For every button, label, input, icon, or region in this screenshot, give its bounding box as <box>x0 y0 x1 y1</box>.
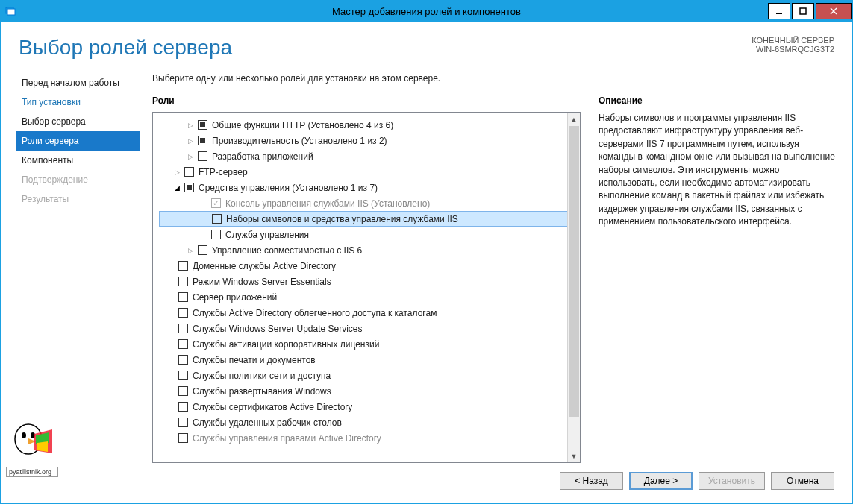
tree-item-label: Разработка приложений <box>212 151 313 162</box>
checkbox[interactable] <box>198 151 207 161</box>
checkbox[interactable] <box>198 136 207 145</box>
nav-item-1[interactable]: Тип установки <box>16 92 140 112</box>
checkbox[interactable] <box>198 120 207 130</box>
checkbox[interactable] <box>178 261 188 271</box>
tree-row[interactable]: Сервер приложений <box>159 289 580 305</box>
checkbox[interactable] <box>178 324 188 333</box>
nav-item-5: Подтверждение <box>16 170 140 189</box>
svg-point-7 <box>22 432 26 438</box>
tree-item-label: Службы Active Directory облегченного дос… <box>193 308 437 318</box>
tree-item-label: Средства управления (Установлено 1 из 7) <box>199 183 378 193</box>
expand-icon[interactable]: ▷ <box>186 137 195 145</box>
tree-row[interactable]: Службы политики сети и доступа <box>159 368 580 383</box>
nav-item-2[interactable]: Выбор сервера <box>16 112 140 131</box>
tree-row[interactable]: ▷Производительность (Установлено 1 из 2) <box>159 133 580 148</box>
titlebar: Мастер добавления ролей и компонентов <box>0 0 853 22</box>
nav-item-0[interactable]: Перед началом работы <box>16 73 140 92</box>
tree-row[interactable]: Службы печати и документов <box>159 352 580 368</box>
tree-item-label: Наборы символов и средства управления сл… <box>226 214 458 224</box>
tree-row[interactable]: Доменные службы Active Directory <box>159 258 580 274</box>
roles-title: Роли <box>152 95 581 106</box>
checkbox[interactable] <box>178 292 188 302</box>
expand-icon[interactable]: ▷ <box>186 247 195 254</box>
checkbox[interactable] <box>178 277 188 286</box>
tree-item-label: Режим Windows Server Essentials <box>193 277 331 287</box>
checkbox[interactable] <box>178 339 188 349</box>
checkbox <box>211 198 221 208</box>
tree-row[interactable]: Службы удаленных рабочих столов <box>159 415 580 430</box>
checkbox[interactable] <box>184 183 194 192</box>
checkbox[interactable] <box>178 371 188 380</box>
tree-item-label: Доменные службы Active Directory <box>193 261 336 271</box>
tree-row[interactable]: Наборы символов и средства управления сл… <box>159 211 580 227</box>
next-button[interactable]: Далее > <box>629 472 693 490</box>
tree-row[interactable]: ▷FTP-сервер <box>159 164 580 180</box>
tree-row[interactable]: Служба управления <box>159 227 580 242</box>
scroll-thumb[interactable] <box>569 126 579 417</box>
tree-row[interactable]: Службы Windows Server Update Services <box>159 321 580 336</box>
collapse-icon[interactable]: ◢ <box>172 184 181 192</box>
svg-rect-3 <box>800 8 806 14</box>
target-server-info: КОНЕЧНЫЙ СЕРВЕР WIN-6SMRQCJG3T2 <box>752 36 834 54</box>
cancel-button[interactable]: Отмена <box>771 472 834 490</box>
tree-row[interactable]: Службы сертификатов Active Directory <box>159 399 580 415</box>
description-title: Описание <box>599 95 837 106</box>
tree-row[interactable]: Режим Windows Server Essentials <box>159 274 580 289</box>
tree-item-label: Службы активации корпоративных лицензий <box>193 339 379 350</box>
expand-icon[interactable]: ▷ <box>186 122 195 129</box>
tree-item-label: Общие функции HTTP (Установлено 4 из 6) <box>212 120 393 130</box>
checkbox[interactable] <box>212 214 222 224</box>
tree-row[interactable]: Службы Active Directory облегченного дос… <box>159 305 580 321</box>
scroll-up-icon[interactable]: ▲ <box>568 113 580 125</box>
expand-icon[interactable]: ▷ <box>172 168 181 176</box>
back-button[interactable]: < Назад <box>560 472 623 490</box>
watermark-logo: pyatilistnik.org <box>6 420 58 477</box>
tree-item-label: Службы Windows Server Update Services <box>193 324 363 334</box>
tree-item-label: Сервер приложений <box>193 292 277 303</box>
checkbox[interactable] <box>211 230 221 239</box>
close-button[interactable] <box>816 3 852 19</box>
checkbox[interactable] <box>178 402 188 412</box>
tree-row[interactable]: ◢Средства управления (Установлено 1 из 7… <box>159 180 580 195</box>
tree-row[interactable]: Службы управления правами Active Directo… <box>159 430 580 446</box>
target-name: WIN-6SMRQCJG3T2 <box>752 45 834 54</box>
svg-marker-12 <box>37 441 48 452</box>
nav-item-4[interactable]: Компоненты <box>16 151 140 170</box>
checkbox[interactable] <box>178 386 188 396</box>
tree-item-label: Службы печати и документов <box>193 355 316 365</box>
tree-row[interactable]: ▷Управление совместимостью с IIS 6 <box>159 242 580 258</box>
nav-item-6: Результаты <box>16 189 140 209</box>
tree-row[interactable]: ▷Общие функции HTTP (Установлено 4 из 6) <box>159 117 580 133</box>
nav-item-3[interactable]: Роли сервера <box>16 131 140 151</box>
roles-tree[interactable]: ▷Общие функции HTTP (Установлено 4 из 6)… <box>152 112 581 463</box>
description-text: Наборы символов и программы управления I… <box>599 112 837 229</box>
maximize-button[interactable] <box>792 3 814 19</box>
page-title: Выбор ролей сервера <box>19 36 232 60</box>
checkbox[interactable] <box>178 355 188 365</box>
target-label: КОНЕЧНЫЙ СЕРВЕР <box>752 36 834 45</box>
tree-row[interactable]: Консоль управления службами IIS (Установ… <box>159 195 580 211</box>
scroll-down-icon[interactable]: ▼ <box>568 450 580 462</box>
checkbox[interactable] <box>178 308 188 318</box>
tree-row[interactable]: Службы развертывания Windows <box>159 383 580 399</box>
tree-row[interactable]: ▷Разработка приложений <box>159 148 580 164</box>
checkbox[interactable] <box>178 433 188 443</box>
tree-item-label: Службы политики сети и доступа <box>193 371 331 381</box>
instruction-text: Выберите одну или несколько ролей для ус… <box>152 73 837 84</box>
scrollbar-vertical[interactable]: ▲ ▼ <box>567 113 580 462</box>
minimize-button[interactable] <box>768 3 790 19</box>
checkbox[interactable] <box>178 418 188 427</box>
tree-item-label: Консоль управления службами IIS (Установ… <box>225 198 430 209</box>
tree-item-label: Службы управления правами Active Directo… <box>193 433 381 444</box>
tree-item-label: Производительность (Установлено 1 из 2) <box>212 136 387 146</box>
tree-item-label: Службы сертификатов Active Directory <box>193 402 352 412</box>
checkbox[interactable] <box>184 167 194 177</box>
tree-item-label: Управление совместимостью с IIS 6 <box>212 245 362 256</box>
tree-row[interactable]: Службы активации корпоративных лицензий <box>159 336 580 352</box>
checkbox[interactable] <box>198 245 207 255</box>
tree-item-label: Службы развертывания Windows <box>193 386 331 397</box>
svg-rect-1 <box>7 9 15 15</box>
app-icon <box>4 4 19 19</box>
expand-icon[interactable]: ▷ <box>186 153 195 160</box>
tree-item-label: Службы удаленных рабочих столов <box>193 418 342 428</box>
